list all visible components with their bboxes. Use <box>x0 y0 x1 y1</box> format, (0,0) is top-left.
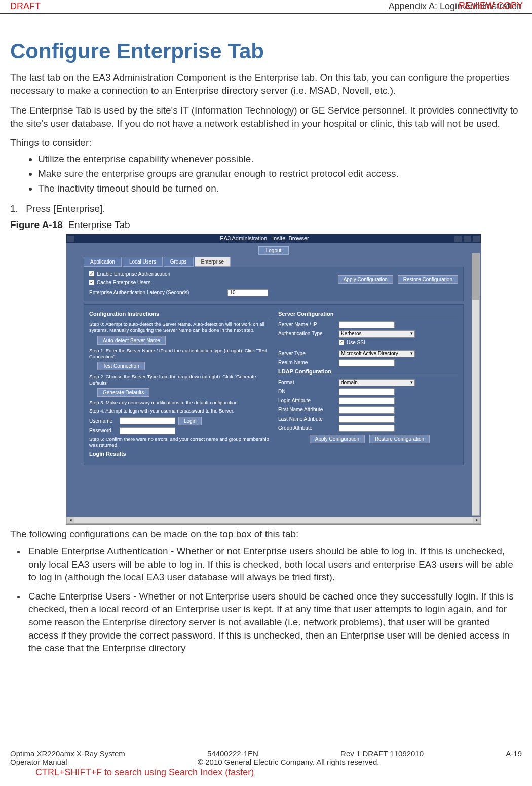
logout-button[interactable]: Logout <box>258 246 289 255</box>
window-menu-icon[interactable] <box>67 236 74 242</box>
scroll-right-icon[interactable]: ▸ <box>473 517 480 523</box>
generate-defaults-button[interactable]: Generate Defaults <box>97 388 149 397</box>
realm-input[interactable] <box>339 359 395 366</box>
horizontal-scrollbar[interactable]: ◂▸ <box>66 517 481 524</box>
step-number: 1. <box>10 203 23 214</box>
window-close-icon[interactable] <box>473 236 480 242</box>
test-connection-button[interactable]: Test Connection <box>97 362 145 370</box>
password-label: Password <box>89 428 120 433</box>
use-ssl-checkbox[interactable]: ✓Use SSL <box>339 340 366 345</box>
window-body: Logout Application Local Users Groups En… <box>66 243 481 517</box>
enable-enterprise-label: Enable Enterprise Authentication <box>97 271 170 277</box>
dn-input[interactable] <box>339 388 395 395</box>
step-text: Press [Enterprise]. <box>26 203 105 214</box>
instr-step1: Step 1: Enter the Server Name / IP and t… <box>89 348 269 360</box>
intro-para-1: The last tab on the EA3 Administration C… <box>10 71 522 97</box>
figure-title: Enterprise Tab <box>68 219 130 230</box>
tab-application[interactable]: Application <box>84 257 122 267</box>
instr-step4: Step 4: Attempt to login with your usern… <box>89 408 269 414</box>
lname-attr-input[interactable] <box>339 416 395 423</box>
server-type-label: Server Type <box>278 351 339 356</box>
instructions-column: Configuration Instructions Step 0: Attem… <box>89 309 269 461</box>
page-title: Configure Enterprise Tab <box>10 39 522 63</box>
restore-config-button[interactable]: Restore Configuration <box>398 275 458 284</box>
fname-attr-input[interactable] <box>339 406 395 414</box>
window-titlebar: EA3 Administration - Insite_Browser <box>66 234 481 243</box>
server-config-heading: Server Configuration <box>278 311 458 318</box>
app-window: EA3 Administration - Insite_Browser Logo… <box>66 234 481 525</box>
consider-list: Utilize the enterprise capability whenev… <box>38 152 522 196</box>
checkbox-icon: ✓ <box>339 340 344 345</box>
tab-enterprise[interactable]: Enterprise <box>195 257 231 267</box>
lname-attr-label: Last Name Attribute <box>278 416 339 422</box>
server-column: Server Configuration Server Name / IP Au… <box>278 309 458 461</box>
consider-item: Make sure the enterprise groups are gran… <box>38 166 522 181</box>
config-item: Cache Enterprise Users - Whether or not … <box>25 590 522 655</box>
window-max-icon[interactable] <box>464 236 471 242</box>
intro-para-2: The Enterprise Tab is used by the site's… <box>10 104 522 130</box>
search-hint: CTRL+SHIFT+F to search using Search Inde… <box>35 767 522 778</box>
username-label: Username <box>89 418 120 424</box>
scroll-left-icon[interactable]: ◂ <box>67 517 74 523</box>
restore-config-button-2[interactable]: Restore Configuration <box>369 435 430 443</box>
window-min-icon[interactable] <box>454 236 462 242</box>
review-copy-watermark: REVIEW COPY <box>459 1 523 11</box>
use-ssl-label: Use SSL <box>347 340 366 345</box>
login-results-heading: Login Results <box>89 451 269 458</box>
page-number: A-19 <box>506 749 522 758</box>
latency-label: Enterprise Authentication Latency (Secon… <box>89 290 189 295</box>
figure-enterprise-tab: EA3 Administration - Insite_Browser Logo… <box>66 234 481 525</box>
after-figure-text: The following configurations can be made… <box>10 529 522 540</box>
realm-label: Realm Name <box>278 360 339 365</box>
checkbox-icon: ✓ <box>89 280 94 285</box>
product-name: Optima XR220amx X-Ray System <box>10 749 125 758</box>
apply-config-button[interactable]: Apply Configuration <box>338 275 393 284</box>
server-type-select[interactable]: Microsoft Active Directory <box>339 350 415 357</box>
tab-row: Application Local Users Groups Enterpris… <box>84 257 479 267</box>
username-input[interactable] <box>120 417 175 424</box>
apply-config-button-2[interactable]: Apply Configuration <box>310 435 365 443</box>
top-panel: ✓ Enable Enterprise Authentication ✓ Cac… <box>84 267 464 301</box>
copyright: © 2010 General Electric Company. All rig… <box>198 758 379 766</box>
consider-item: Utilize the enterprise capability whenev… <box>38 152 522 166</box>
main-panel: Configuration Instructions Step 0: Attem… <box>84 304 464 465</box>
figure-label: Figure A-18 <box>10 219 63 230</box>
group-attr-input[interactable] <box>339 425 395 432</box>
dn-label: DN <box>278 389 339 394</box>
fname-attr-label: First Name Attribute <box>278 407 339 413</box>
latency-input[interactable] <box>227 289 268 296</box>
enable-enterprise-checkbox[interactable]: ✓ Enable Enterprise Authentication <box>89 271 170 277</box>
instr-step5: Step 5: Confirm there were no errors, an… <box>89 436 269 449</box>
instructions-heading: Configuration Instructions <box>89 311 269 318</box>
page-header: DRAFT Appendix A: Login Administration R… <box>0 0 532 14</box>
login-button[interactable]: Login <box>178 417 202 425</box>
format-label: Format <box>278 380 339 385</box>
login-attr-label: Login Attribute <box>278 398 339 403</box>
page-footer: Optima XR220amx X-Ray System 54400222-1E… <box>10 749 522 778</box>
cache-users-checkbox[interactable]: ✓ Cache Enterprise Users <box>89 280 170 285</box>
page-content: Configure Enterprise Tab The last tab on… <box>0 14 532 666</box>
tab-groups[interactable]: Groups <box>164 257 194 267</box>
autodetect-button[interactable]: Auto-detect Server Name <box>97 336 166 345</box>
config-descriptions: Enable Enterprise Authentication - Wheth… <box>25 545 522 655</box>
vertical-scrollbar[interactable] <box>472 253 480 516</box>
tab-local-users[interactable]: Local Users <box>123 257 163 267</box>
config-item: Enable Enterprise Authentication - Wheth… <box>25 545 522 584</box>
ldap-config-heading: LDAP Configuration <box>278 368 458 376</box>
manual-label: Operator Manual <box>10 758 198 766</box>
login-attr-input[interactable] <box>339 397 395 404</box>
server-name-label: Server Name / IP <box>278 322 339 327</box>
instr-step3: Step 3: Make any necessary modifications… <box>89 400 269 406</box>
instr-step0: Step 0: Attempt to auto-detect the Serve… <box>89 321 269 334</box>
auth-type-label: Authentication Type <box>278 331 339 336</box>
group-attr-label: Group Attribute <box>278 425 339 431</box>
doc-number: 54400222-1EN <box>207 749 258 758</box>
auth-type-select[interactable]: Kerberos <box>339 330 415 338</box>
format-select[interactable]: domain <box>339 379 415 386</box>
password-input[interactable] <box>120 427 175 434</box>
server-name-input[interactable] <box>339 321 395 328</box>
revision: Rev 1 DRAFT 11092010 <box>340 749 424 758</box>
consider-heading: Things to consider: <box>10 137 522 148</box>
cache-users-label: Cache Enterprise Users <box>97 280 150 285</box>
step-1: 1. Press [Enterprise]. <box>10 203 522 214</box>
